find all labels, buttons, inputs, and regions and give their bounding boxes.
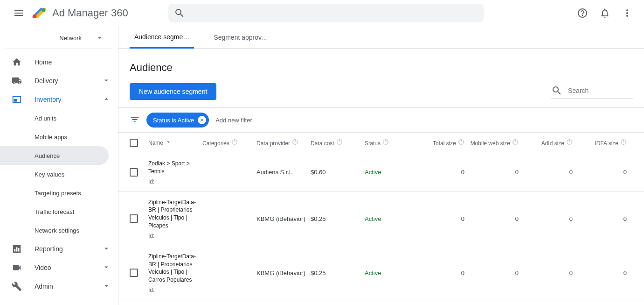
column-header-cost[interactable]: Data cost — [311, 139, 365, 147]
table-search-input[interactable] — [551, 85, 633, 99]
cell-adid: 0 — [519, 215, 573, 222]
sidebar-item-label: Delivery — [35, 77, 58, 85]
close-icon[interactable] — [198, 116, 206, 124]
chevron-down-icon — [102, 76, 111, 86]
chevron-down-icon — [102, 282, 111, 291]
cell-cost: $0.60 — [311, 169, 365, 176]
search-field[interactable] — [568, 87, 624, 94]
svg-rect-3 — [14, 249, 16, 252]
help-icon — [231, 139, 238, 145]
column-header-provider[interactable]: Data provider — [256, 139, 311, 147]
app-title: Ad Manager 360 — [52, 7, 128, 19]
sidebar-item-label: Traffic forecast — [35, 208, 74, 215]
sidebar-item-traffic-forecast[interactable]: Traffic forecast — [0, 202, 118, 221]
column-header-total[interactable]: Total size — [410, 139, 464, 147]
cell-total: 0 — [410, 270, 464, 277]
main-content: Audience segme… Segment approv… Audience… — [118, 26, 644, 305]
sidebar: Network Home Delivery Inventory Ad units… — [0, 26, 118, 305]
sidebar-item-label: Ad units — [35, 115, 56, 122]
sidebar-item-reporting[interactable]: Reporting — [0, 240, 118, 258]
segment-name: Zipline-TargetData-BR | Proprietarios Ve… — [148, 253, 202, 284]
table-header: Name Categories Data provider Data cost … — [118, 133, 644, 153]
filter-chip-status[interactable]: Status is Active — [146, 113, 209, 128]
column-header-adid[interactable]: AdId size — [519, 139, 573, 147]
cell-idfa: 0 — [573, 169, 627, 176]
column-header-categories[interactable]: Categories — [202, 139, 256, 147]
cell-total: 0 — [410, 169, 464, 176]
sidebar-item-ad-units[interactable]: Ad units — [0, 109, 118, 128]
sort-down-icon — [165, 139, 172, 147]
sidebar-item-targeting-presets[interactable]: Targeting presets — [0, 184, 118, 202]
cell-idfa: 0 — [573, 270, 627, 277]
new-audience-segment-button[interactable]: New audience segment — [130, 83, 216, 100]
row-checkbox[interactable] — [130, 168, 138, 177]
sidebar-item-key-values[interactable]: Key-values — [0, 165, 118, 184]
table-row[interactable]: Zodiak > Sport > TennisId: Audiens S.r.l… — [118, 153, 644, 192]
help-icon — [336, 139, 343, 145]
bar-chart-icon — [11, 243, 22, 255]
sidebar-item-admin[interactable]: Admin — [0, 277, 118, 296]
network-label: Network — [59, 35, 82, 42]
cell-adid: 0 — [519, 169, 573, 176]
search-icon — [174, 7, 185, 19]
sidebar-item-label: Home — [35, 58, 52, 66]
sidebar-item-mobile-apps[interactable]: Mobile apps — [0, 128, 118, 146]
help-icon — [566, 139, 573, 145]
more-vert-icon[interactable] — [618, 4, 637, 22]
svg-point-0 — [42, 8, 46, 12]
sidebar-item-label: Inventory — [35, 96, 62, 103]
row-checkbox[interactable] — [130, 269, 138, 277]
sidebar-item-delivery[interactable]: Delivery — [0, 71, 118, 90]
sidebar-item-label: Admin — [35, 283, 53, 290]
network-selector[interactable]: Network — [6, 31, 112, 49]
column-header-mobile[interactable]: Mobile web size — [464, 139, 519, 147]
segment-id: Id: — [148, 233, 154, 239]
tab-audience-segments[interactable]: Audience segme… — [130, 26, 194, 49]
select-all-checkbox[interactable] — [130, 139, 138, 147]
chevron-up-icon — [102, 95, 111, 105]
column-header-idfa[interactable]: IDFA size — [573, 139, 627, 147]
chevron-down-icon — [102, 263, 111, 273]
cell-provider: Audiens S.r.l. — [256, 169, 311, 176]
cell-provider: KBMG (iBehavior) — [256, 270, 311, 277]
help-icon[interactable] — [573, 4, 592, 22]
sidebar-item-label: Key-values — [35, 171, 64, 178]
cell-total: 0 — [410, 215, 464, 222]
help-icon — [292, 139, 298, 145]
app-header: Ad Manager 360 — [0, 0, 644, 26]
table-row[interactable]: Zipline-TargetData-BR | Proprietarios — [118, 300, 644, 305]
cell-cost: $0.25 — [311, 215, 365, 222]
wrench-icon — [11, 281, 22, 292]
cell-status: Active — [365, 215, 410, 222]
chip-label: Status is Active — [153, 117, 194, 124]
global-search-input[interactable] — [168, 4, 484, 22]
sidebar-item-home[interactable]: Home — [0, 53, 118, 71]
segment-id: Id: — [148, 178, 154, 185]
help-icon — [458, 139, 464, 145]
sidebar-item-video[interactable]: Video — [0, 258, 118, 277]
sidebar-item-label: Video — [35, 264, 51, 271]
segment-name: Zipline-TargetData-BR | Proprietarios Ve… — [148, 199, 202, 230]
column-header-name[interactable]: Name — [148, 139, 202, 147]
video-icon — [11, 262, 22, 273]
filter-icon[interactable] — [130, 114, 140, 126]
tab-segment-approvals[interactable]: Segment approv… — [209, 26, 273, 49]
row-checkbox[interactable] — [130, 214, 138, 223]
notifications-icon[interactable] — [596, 4, 614, 22]
column-header-status[interactable]: Status — [365, 139, 410, 147]
help-icon — [382, 139, 389, 145]
cell-idfa: 0 — [573, 215, 627, 222]
sidebar-item-label: Targeting presets — [35, 190, 81, 197]
add-filter-button[interactable]: Add new filter — [215, 117, 252, 124]
svg-rect-5 — [18, 248, 20, 251]
table-row[interactable]: Zipline-TargetData-BR | Proprietarios Ve… — [118, 192, 644, 246]
tabs: Audience segme… Segment approv… — [118, 26, 644, 49]
sidebar-item-inventory[interactable]: Inventory — [0, 90, 118, 109]
table-row[interactable]: Zipline-TargetData-BR | Proprietarios Ve… — [118, 246, 644, 300]
sidebar-item-label: Audience — [35, 152, 60, 159]
sidebar-item-audience[interactable]: Audience — [0, 146, 109, 165]
sidebar-item-network-settings[interactable]: Network settings — [0, 221, 118, 240]
help-icon — [620, 139, 627, 145]
cell-mobile: 0 — [464, 215, 519, 222]
hamburger-menu-button[interactable] — [7, 2, 30, 24]
